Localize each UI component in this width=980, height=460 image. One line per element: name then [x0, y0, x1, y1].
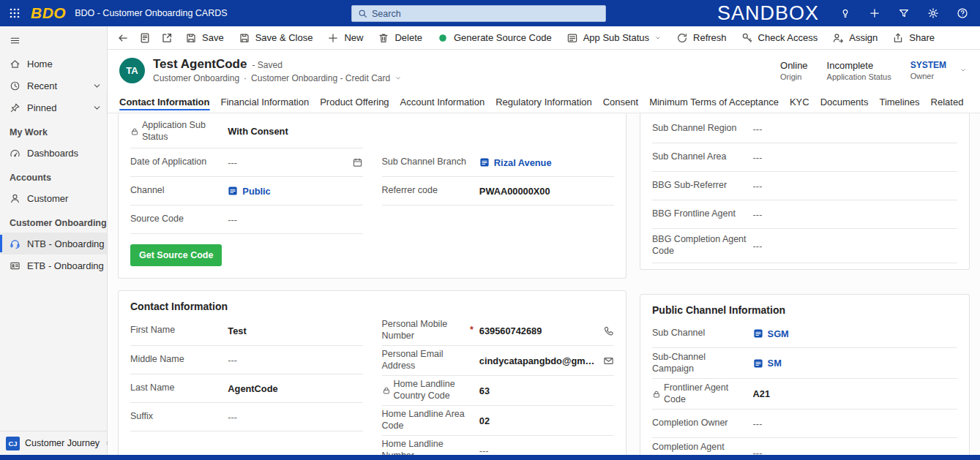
sidebar-item-home[interactable]: Home: [0, 53, 107, 75]
field-label: First Name: [130, 325, 228, 336]
sidebar-item-label: ETB - Onboarding: [27, 260, 104, 271]
command-label: Save: [202, 32, 224, 43]
tab-timelines[interactable]: Timelines: [879, 91, 919, 113]
tab-kyc[interactable]: KYC: [790, 91, 809, 113]
command-delete[interactable]: Delete: [370, 29, 430, 48]
phone-icon[interactable]: [603, 325, 614, 336]
field-value[interactable]: AgentCode: [228, 383, 362, 394]
sidebar-item-etb-onboarding[interactable]: ETB - Onboarding: [0, 254, 107, 276]
field-value[interactable]: Test: [228, 325, 362, 336]
tab-related[interactable]: Related: [931, 91, 964, 113]
field-value[interactable]: 02: [479, 415, 614, 426]
sidebar-toggle-button[interactable]: [0, 28, 107, 53]
form-selector[interactable]: Customer Onboarding - Credit Card: [251, 73, 390, 83]
sidebar-item-ntb-onboarding[interactable]: NTB - Onboarding: [0, 233, 107, 254]
get-source-code-button[interactable]: Get Source Code: [130, 244, 222, 266]
lock-icon: [130, 127, 139, 136]
field-value[interactable]: PWAA00000X00: [479, 186, 614, 197]
field-value[interactable]: SGM: [753, 328, 957, 339]
sidebar-item-dashboards[interactable]: Dashboards: [0, 142, 107, 164]
sidebar-item-label: Dashboards: [27, 148, 78, 159]
field-value[interactable]: ---: [753, 448, 957, 455]
plus-icon: [869, 7, 880, 19]
tab-consent[interactable]: Consent: [603, 91, 638, 113]
command-save[interactable]: Save: [178, 29, 231, 48]
field-value[interactable]: 639560742689: [479, 325, 614, 336]
search-input[interactable]: [372, 9, 599, 19]
sidebar-item-label: Recent: [27, 80, 57, 91]
field-label: Completion Agent Code: [652, 442, 753, 455]
card-title: Contact Information: [130, 291, 614, 316]
field-value[interactable]: ---: [228, 355, 362, 366]
lookup-link[interactable]: Public: [242, 186, 270, 197]
lookup-link[interactable]: SM: [768, 358, 782, 369]
field-value[interactable]: ---: [753, 209, 957, 220]
field-value-text: PWAA00000X00: [479, 186, 550, 197]
field-value[interactable]: cindycatapangbdo@gmail.com: [479, 355, 614, 366]
sidebar-item-customer[interactable]: Customer: [0, 187, 107, 209]
tab-account-information[interactable]: Account Information: [400, 91, 485, 113]
field-value[interactable]: A21: [753, 388, 957, 399]
command-refresh[interactable]: Refresh: [669, 29, 734, 48]
field-label: Channel: [130, 185, 228, 197]
command-generate-source-code[interactable]: Generate Source Code: [430, 29, 559, 48]
mail-icon[interactable]: [603, 355, 614, 366]
sidebar-item-label: Home: [27, 59, 53, 69]
app-launcher-button[interactable]: [0, 0, 29, 26]
command-new[interactable]: New: [320, 29, 370, 48]
lookup-link[interactable]: Rizal Avenue: [494, 157, 552, 168]
field-label: Referrer code: [382, 185, 479, 197]
topbar-plus-button[interactable]: [860, 0, 889, 26]
topbar-settings-button[interactable]: [919, 0, 948, 26]
field-value[interactable]: ---: [228, 214, 362, 225]
command-save-close[interactable]: Save & Close: [231, 29, 321, 48]
chevron-down-icon: [654, 34, 662, 42]
field-label-text: Date of Application: [130, 157, 206, 168]
field-bbg-sub-referrer: BBG Sub-Referrer---: [652, 172, 957, 200]
back-button[interactable]: [112, 29, 134, 48]
chevron-down-icon[interactable]: [91, 80, 102, 91]
global-search[interactable]: [351, 5, 606, 22]
field-value[interactable]: ---: [228, 157, 362, 168]
sidebar-item-recent[interactable]: Recent: [0, 75, 107, 97]
field-label-text: Home Landline Area Code: [382, 409, 474, 431]
field-value[interactable]: ---: [753, 152, 957, 163]
field-value-text: Test: [228, 325, 246, 336]
topbar-filter-button[interactable]: [889, 0, 919, 26]
tab-product-offering[interactable]: Product Offering: [320, 91, 389, 113]
field-value[interactable]: ---: [228, 412, 362, 423]
open-in-new-window-button[interactable]: [156, 29, 178, 48]
command-check-access[interactable]: Check Access: [734, 29, 826, 48]
tab-minimum-terms-of-acceptance[interactable]: Minimum Terms of Acceptance: [649, 91, 779, 113]
chevron-down-icon[interactable]: [394, 75, 402, 82]
topbar-help-button[interactable]: [948, 0, 977, 26]
field-value[interactable]: With Consent: [228, 126, 362, 137]
record-list-button[interactable]: [134, 29, 156, 48]
area-switcher[interactable]: CJ Customer Journey: [0, 431, 107, 455]
tab-contact-information[interactable]: Contact Information: [119, 91, 210, 113]
lookup-link[interactable]: SGM: [768, 328, 789, 339]
collapse-header-button[interactable]: [960, 65, 967, 76]
sidebar-item-pinned[interactable]: Pinned: [0, 97, 107, 118]
field-value[interactable]: SM: [753, 358, 957, 369]
command-share[interactable]: Share: [885, 29, 942, 48]
field-value[interactable]: ---: [753, 418, 957, 429]
field-value[interactable]: Rizal Avenue: [479, 157, 614, 168]
command-assign[interactable]: Assign: [825, 29, 885, 48]
field-value[interactable]: Public: [228, 186, 362, 197]
field-value[interactable]: ---: [479, 445, 614, 456]
field-value[interactable]: ---: [753, 181, 957, 192]
command-app-sub-status[interactable]: App Sub Status: [559, 29, 669, 48]
stat-value: SYSTEM: [910, 60, 946, 70]
field-value[interactable]: ---: [753, 124, 957, 135]
field-label: Completion Owner: [652, 418, 753, 429]
chevron-down-icon[interactable]: [91, 102, 102, 113]
tab-regulatory-information[interactable]: Regulatory Information: [495, 91, 592, 113]
tab-documents[interactable]: Documents: [820, 91, 869, 113]
topbar-lightbulb-button[interactable]: [831, 0, 860, 26]
field-value[interactable]: ---: [753, 241, 957, 252]
field-value[interactable]: 63: [479, 385, 614, 396]
tab-financial-information[interactable]: Financial Information: [221, 91, 310, 113]
environment-label: SANDBOX: [717, 4, 831, 23]
calendar-icon[interactable]: [352, 157, 363, 168]
